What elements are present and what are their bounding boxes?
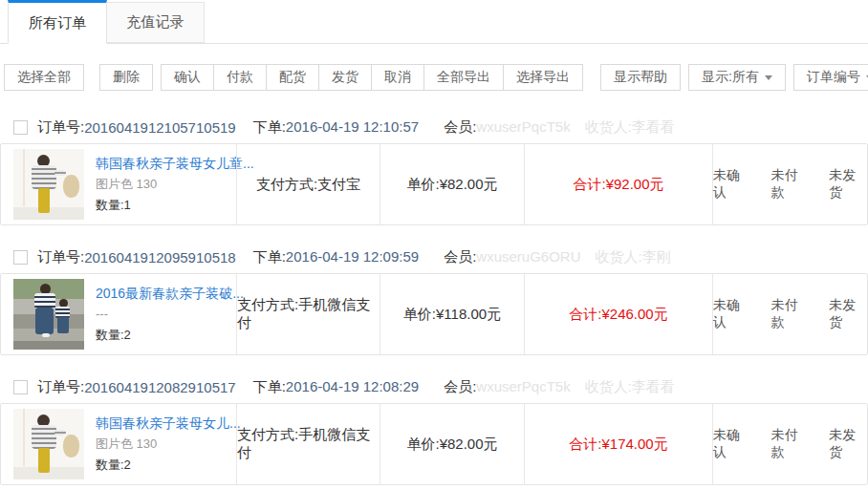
product-thumbnail[interactable] (13, 409, 84, 479)
allocate-button[interactable]: 配货 (266, 64, 319, 91)
product-quantity: 数量:2 (96, 325, 244, 346)
order-row: 韩国春秋亲子装母女儿... 图片色 130 数量:2 支付方式:手机微信支付 单… (0, 403, 868, 485)
order-header: 订单号:2016041912095910518 下单:2016-04-19 12… (0, 241, 868, 273)
order-row: 韩国春秋亲子装母女儿童... 图片色 130 数量:1 支付方式:支付宝 单价:… (0, 143, 868, 225)
placed-value: 2016-04-19 12:08:29 (286, 378, 419, 394)
order-total: 合计:¥246.00元 (524, 274, 712, 354)
product-title-link[interactable]: 2016最新春款亲子装破... (96, 283, 244, 304)
placed-value: 2016-04-19 12:10:57 (286, 118, 419, 135)
status-unconfirmed: 未确认 (713, 427, 751, 461)
cancel-button[interactable]: 取消 (371, 64, 424, 91)
export-all-button[interactable]: 全部导出 (423, 64, 504, 91)
member-value-masked: wxuserPqcT5k 收货人:李看看 (476, 118, 675, 135)
chevron-down-icon (765, 75, 772, 80)
product-cell: 韩国春秋亲子装母女儿童... 图片色 130 数量:1 (1, 144, 236, 224)
order-total: 合计:¥174.00元 (524, 404, 712, 484)
product-cell: 2016最新春款亲子装破... --- 数量:2 (1, 274, 236, 354)
product-variant: --- (96, 304, 244, 325)
status-unconfirmed: 未确认 (713, 297, 751, 331)
placed-label: 下单: (253, 118, 286, 135)
status-cell: 未确认 未付款 未发货 (712, 404, 867, 484)
member-label: 会员: (444, 378, 476, 394)
member-value-masked: wxuseruG6ORU 收货人:李刚 (476, 248, 670, 265)
order-checkbox[interactable] (13, 120, 28, 135)
order-no-filter-label: 订单编号 (807, 69, 860, 86)
ship-button[interactable]: 发货 (318, 64, 372, 91)
show-help-button[interactable]: 显示帮助 (600, 64, 681, 91)
pay-button[interactable]: 付款 (213, 64, 267, 91)
status-unshipped: 未发货 (829, 297, 867, 331)
order-checkbox[interactable] (13, 380, 28, 394)
display-filter-dropdown[interactable]: 显示:所有 (688, 64, 786, 91)
status-unpaid: 未付款 (771, 427, 810, 461)
order-header: 订单号:2016041912082910517 下单:2016-04-19 12… (0, 371, 868, 403)
unit-price: 单价:¥82.00元 (380, 144, 524, 224)
product-title-link[interactable]: 韩国春秋亲子装母女儿童... (96, 153, 254, 174)
order-no-label: 订单号: (37, 118, 84, 137)
status-unshipped: 未发货 (829, 427, 867, 461)
order-block: 订单号:2016041912095910518 下单:2016-04-19 12… (0, 241, 868, 355)
product-variant: 图片色 130 (96, 434, 241, 455)
unit-price: 单价:¥82.00元 (380, 404, 524, 484)
order-header: 订单号:2016041912105710519 下单:2016-04-19 12… (0, 111, 868, 143)
order-block: 订单号:2016041912082910517 下单:2016-04-19 12… (0, 371, 868, 485)
payment-method: 支付方式:支付宝 (236, 144, 380, 224)
status-cell: 未确认 未付款 未发货 (712, 274, 867, 354)
order-checkbox[interactable] (13, 250, 28, 265)
placed-label: 下单: (253, 248, 286, 265)
payment-method: 支付方式:手机微信支付 (236, 274, 380, 354)
order-no-value: 2016041912105710519 (84, 119, 236, 136)
product-quantity: 数量:1 (96, 195, 254, 216)
display-filter-label: 显示:所有 (702, 69, 759, 86)
member-label: 会员: (444, 118, 476, 135)
select-all-button[interactable]: 选择全部 (4, 64, 84, 91)
product-title-link[interactable]: 韩国春秋亲子装母女儿... (96, 413, 241, 434)
delete-button[interactable]: 删除 (99, 64, 153, 91)
member-value-masked: wxuserPqcT5k 收货人:李看看 (476, 378, 675, 394)
product-quantity: 数量:2 (96, 455, 241, 476)
order-no-label: 订单号: (37, 248, 84, 266)
placed-label: 下单: (253, 378, 286, 394)
unit-price: 单价:¥118.00元 (380, 274, 524, 354)
status-unconfirmed: 未确认 (713, 167, 751, 202)
tab-bar: 所有订单 充值记录 (0, 0, 868, 44)
status-unpaid: 未付款 (771, 297, 810, 331)
product-thumbnail[interactable] (13, 149, 84, 220)
payment-method: 支付方式:手机微信支付 (236, 404, 380, 484)
placed-value: 2016-04-19 12:09:59 (286, 248, 419, 265)
order-block: 订单号:2016041912105710519 下单:2016-04-19 12… (0, 111, 868, 225)
status-unpaid: 未付款 (771, 167, 810, 202)
order-total: 合计:¥92.00元 (524, 144, 712, 224)
tab-all-orders[interactable]: 所有订单 (8, 0, 107, 44)
member-label: 会员: (444, 248, 476, 265)
order-action-group: 确认 付款 配货 发货 取消 全部导出 选择导出 (161, 64, 583, 91)
status-cell: 未确认 未付款 未发货 (712, 144, 867, 224)
order-row: 2016最新春款亲子装破... --- 数量:2 支付方式:手机微信支付 单价:… (0, 273, 868, 355)
order-no-value: 2016041912095910518 (84, 249, 236, 266)
export-selected-button[interactable]: 选择导出 (503, 64, 583, 91)
toolbar-right: 显示:所有 订单编号 (681, 61, 868, 94)
order-no-label: 订单号: (37, 378, 84, 396)
toolbar: 选择全部 删除 确认 付款 配货 发货 取消 全部导出 选择导出 显示帮助 显示… (0, 44, 868, 96)
tab-recharge-records[interactable]: 充值记录 (107, 2, 205, 43)
order-no-value: 2016041912082910517 (84, 379, 236, 395)
product-cell: 韩国春秋亲子装母女儿... 图片色 130 数量:2 (1, 404, 236, 484)
order-no-filter-dropdown[interactable]: 订单编号 (793, 64, 868, 91)
product-variant: 图片色 130 (96, 174, 254, 195)
product-thumbnail[interactable] (13, 279, 84, 350)
confirm-button[interactable]: 确认 (161, 64, 214, 91)
status-unshipped: 未发货 (829, 167, 867, 202)
